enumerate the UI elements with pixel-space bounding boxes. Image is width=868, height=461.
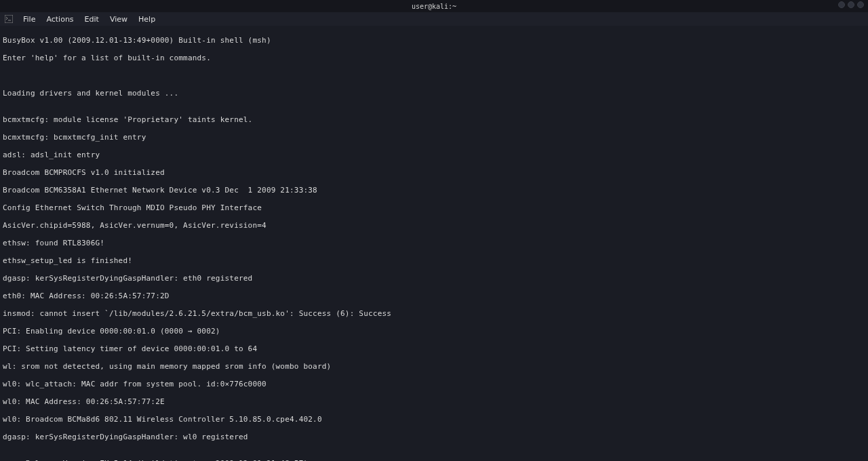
output-line: bcmxtmcfg: module license 'Proprietary' … (3, 115, 865, 124)
output-line: PCI: Setting latency timer of device 000… (3, 344, 865, 353)
svg-rect-0 (5, 15, 13, 23)
output-line: adsl: adsl_init entry (3, 151, 865, 159)
menu-actions[interactable]: Actions (41, 14, 79, 25)
output-line: ethsw_setup_led is finished! (3, 256, 865, 265)
menu-help[interactable]: Help (133, 14, 161, 25)
output-line: bcmxtmcfg: bcmxtmcfg_init entry (3, 133, 865, 142)
output-line: dgasp: kerSysRegisterDyingGaspHandler: e… (3, 274, 865, 283)
output-line: AsicVer.chipid=5988, AsicVer.vernum=0, A… (3, 221, 865, 230)
maximize-button[interactable] (848, 1, 854, 8)
output-line: BusyBox v1.00 (2009.12.01-13:49+0000) Bu… (3, 36, 865, 45)
terminal-icon (4, 14, 14, 24)
output-line: dgasp: kerSysRegisterDyingGaspHandler: w… (3, 433, 865, 441)
output-line: wl0: wlc_attach: MAC addr from system po… (3, 380, 865, 388)
menu-view[interactable]: View (104, 14, 133, 25)
output-line: PCI: Enabling device 0000:00:01.0 (0000 … (3, 327, 865, 336)
window-titlebar: user@kali:~ (0, 0, 868, 12)
output-line: wl0: MAC Address: 00:26:5A:57:77:2E (3, 397, 865, 406)
window-title: user@kali:~ (412, 3, 456, 10)
menu-file[interactable]: File (18, 14, 41, 25)
terminal-output[interactable]: BusyBox v1.00 (2009.12.01-13:49+0000) Bu… (0, 26, 868, 461)
menu-bar: File Actions Edit View Help (0, 12, 868, 26)
output-line: wl0: Broadcom BCMa8d6 802.11 Wireless Co… (3, 415, 865, 424)
output-line: Broadcom BCMPROCFS v1.0 initialized (3, 168, 865, 177)
output-line: eth0: MAC Address: 00:26:5A:57:77:2D (3, 292, 865, 300)
output-line: wl: srom not detected, using main memory… (3, 362, 865, 371)
output-line: Loading drivers and kernel modules ... (3, 89, 865, 98)
close-button[interactable] (857, 1, 864, 8)
output-line: Broadcom BCM6358A1 Ethernet Network Devi… (3, 186, 865, 195)
output-line: Enter 'help' for a list of built-in comm… (3, 54, 865, 62)
menu-edit[interactable]: Edit (79, 14, 104, 25)
output-line: Config Ethernet Switch Through MDIO Pseu… (3, 203, 865, 212)
minimize-button[interactable] (838, 1, 845, 8)
window-controls (838, 1, 864, 8)
output-line: insmod: cannot insert `/lib/modules/2.6.… (3, 309, 865, 318)
output-line: ethsw: found RTL8306G! (3, 239, 865, 247)
